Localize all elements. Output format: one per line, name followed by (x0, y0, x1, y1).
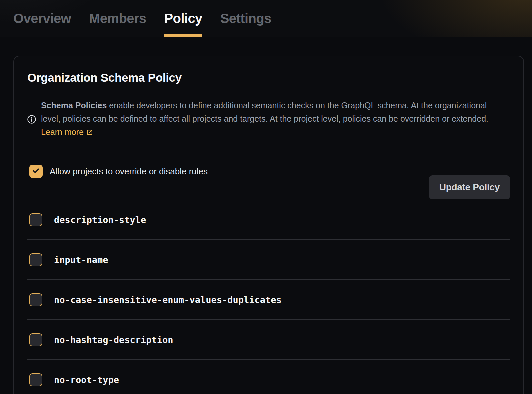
page-title: Organization Schema Policy (27, 71, 510, 84)
rule-checkbox-input-name[interactable] (29, 253, 42, 266)
allow-override-checkbox[interactable] (29, 165, 43, 178)
rule-row-input-name: input-name (27, 240, 510, 280)
rule-label: no-hashtag-description (54, 335, 173, 345)
allow-override-label: Allow projects to override or disable ru… (50, 166, 208, 177)
rule-label: description-style (54, 215, 146, 225)
tab-label: Settings (220, 11, 271, 26)
rule-row-no-hashtag-description: no-hashtag-description (27, 320, 510, 360)
tab-members[interactable]: Members (89, 0, 146, 37)
external-link-icon[interactable] (86, 126, 93, 140)
policy-info-callout: Schema Policies enable developers to def… (27, 90, 510, 148)
rule-label: no-root-type (54, 375, 119, 385)
policy-description-body: enable developers to define additional s… (41, 101, 488, 123)
rule-label: no-case-insensitive-enum-values-duplicat… (54, 295, 282, 305)
schema-policy-card: Organization Schema Policy Schema Polici… (13, 56, 524, 394)
info-icon (27, 115, 36, 124)
rules-list: description-style input-name no-case-ins… (27, 200, 510, 394)
actions-row: Update Policy (27, 175, 510, 199)
rule-row-no-case-insensitive-enum-values-duplicates: no-case-insensitive-enum-values-duplicat… (27, 280, 510, 320)
tab-bar: Overview Members Policy Settings (0, 0, 532, 37)
rule-row-description-style: description-style (27, 200, 510, 240)
learn-more-link[interactable]: Learn more (41, 127, 84, 137)
tab-label: Policy (164, 11, 202, 26)
tab-settings[interactable]: Settings (220, 0, 271, 37)
policy-description-lead: Schema Policies (41, 101, 107, 110)
update-policy-button[interactable]: Update Policy (429, 175, 510, 199)
tab-policy[interactable]: Policy (164, 0, 202, 37)
rule-label: input-name (54, 255, 108, 265)
tab-label: Members (89, 11, 146, 26)
tab-label: Overview (13, 11, 71, 26)
rule-checkbox-description-style[interactable] (29, 213, 42, 226)
rule-checkbox-no-root-type[interactable] (29, 373, 42, 386)
check-icon (32, 166, 40, 176)
rule-checkbox-no-case-insensitive-enum-values-duplicates[interactable] (29, 293, 42, 306)
tab-overview[interactable]: Overview (13, 0, 71, 37)
rule-row-no-root-type: no-root-type (27, 360, 510, 394)
policy-description: Schema Policies enable developers to def… (41, 99, 499, 140)
rule-checkbox-no-hashtag-description[interactable] (29, 333, 42, 346)
